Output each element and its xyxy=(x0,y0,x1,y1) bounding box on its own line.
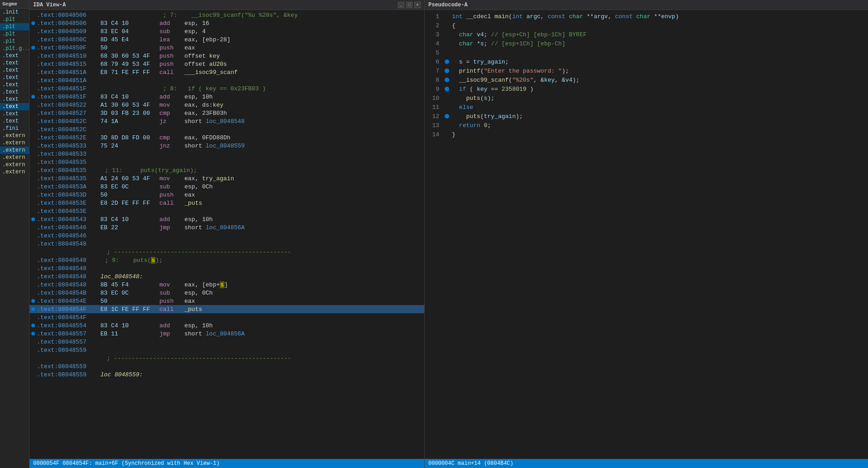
asm-loc-label[interactable]: .text:08048548 loc_8048548: xyxy=(30,272,424,281)
sidebar-item-extern5[interactable]: .extern xyxy=(0,161,29,168)
asm-line[interactable]: .text:0804853D 50 push eax xyxy=(30,191,424,199)
asm-line[interactable]: .text:0804851A E8 71 FE FF FF call ___is… xyxy=(30,68,424,76)
asm-addr: .text:0804850F xyxy=(37,44,100,51)
asm-line-selected[interactable]: .text:0804854F E8 1C FE FF FF call _puts xyxy=(30,305,424,313)
asm-line[interactable]: .text:0804853A 83 EC 0C sub esp, 0Ch xyxy=(30,182,424,191)
sidebar-item-plt3[interactable]: .plt xyxy=(0,30,29,38)
asm-line[interactable]: .text:0804852E 3D 8D D8 FD 00 cmp eax, 0… xyxy=(30,133,424,142)
asm-line[interactable]: .text:0804853E E8 2D FE FF FF call _puts xyxy=(30,199,424,207)
sidebar-item-extern4[interactable]: .extern xyxy=(0,154,29,161)
pseudo-line-10[interactable]: 10 puts(s); xyxy=(425,94,868,103)
asm-line[interactable]: .text:08048510 68 30 60 53 4F push offse… xyxy=(30,52,424,60)
sidebar-item-extern3[interactable]: .extern xyxy=(0,147,29,154)
asm-line[interactable]: .text:08048506 ; 7: __isoc99_scanf("%u %… xyxy=(30,11,424,19)
pseudo-code-text: } xyxy=(452,131,456,138)
asm-line[interactable]: .text:0804854B 83 EC 0C sub esp, 0Ch xyxy=(30,289,424,297)
sidebar-item-extern6[interactable]: .extern xyxy=(0,168,29,176)
asm-addr: .text:08048527 xyxy=(37,110,100,117)
asm-hex: 50 xyxy=(100,298,159,305)
sidebar-item-text4[interactable]: .text xyxy=(0,74,29,81)
sidebar-item-plt4[interactable]: .plt xyxy=(0,38,29,45)
sidebar-item-plt1[interactable]: .plt xyxy=(0,16,29,23)
pseudo-code-text: printf("Enter the password: "); xyxy=(452,68,569,74)
pseudo-line-5[interactable]: 5 xyxy=(425,48,868,57)
asm-line[interactable]: .text:08048515 68 79 49 53 4F push offse… xyxy=(30,60,424,68)
pseudo-line-13[interactable]: 13 return 0; xyxy=(425,121,868,130)
asm-line[interactable]: .text:08048559 xyxy=(30,346,424,354)
asm-args: offset aU20s xyxy=(184,61,227,68)
sidebar-item-text2[interactable]: .text xyxy=(0,59,29,67)
asm-line[interactable]: .text:08048546 xyxy=(30,232,424,240)
asm-line[interactable]: .text:08048509 83 EC 04 sub esp, 4 xyxy=(30,27,424,35)
asm-line[interactable]: .text:0804851F ; 8: if ( key == 0x23FB03… xyxy=(30,84,424,93)
asm-line[interactable]: .text:0804850F 50 push eax xyxy=(30,44,424,52)
sidebar-item-text9[interactable]: .text xyxy=(0,110,29,118)
asm-line[interactable]: .text:08048506 83 C4 10 add esp, 16 xyxy=(30,19,424,27)
ida-scroll[interactable]: .text:08048506 ; 7: __isoc99_scanf("%u %… xyxy=(30,10,424,459)
sidebar-item-text6[interactable]: .text xyxy=(0,89,29,96)
sidebar-item-pltg[interactable]: .plt.g... xyxy=(0,45,29,52)
ida-maximize-btn[interactable]: □ xyxy=(406,2,412,8)
pseudo-line-12[interactable]: 12 puts(try_again); xyxy=(425,112,868,121)
sidebar-item-text5[interactable]: .text xyxy=(0,81,29,89)
pseudo-line-6[interactable]: 6 s = try_again; xyxy=(425,57,868,66)
asm-line[interactable]: .text:0804851F 83 C4 10 add esp, 10h xyxy=(30,93,424,101)
pseudo-line-14[interactable]: 14 } xyxy=(425,130,868,139)
pseudo-line-4[interactable]: 4 char *s; // [esp+1Ch] [ebp-Ch] xyxy=(425,39,868,48)
asm-line[interactable]: .text:08048535 xyxy=(30,158,424,166)
asm-line[interactable]: .text:08048559 xyxy=(30,362,424,370)
pseudo-line-9[interactable]: 9 if ( key == 2358019 ) xyxy=(425,84,868,94)
sidebar-item-text10[interactable]: .text xyxy=(0,118,29,125)
asm-line[interactable]: .text:08048548 xyxy=(30,264,424,272)
asm-line[interactable]: .text:08048522 A1 30 60 53 4F mov eax, d… xyxy=(30,101,424,109)
asm-line[interactable]: .text:0804850C 8D 45 E4 lea eax, [ebp-28… xyxy=(30,35,424,44)
asm-line[interactable]: .text:0804851A xyxy=(30,76,424,84)
asm-loc-label2[interactable]: .text:08048559 loc 8048559: xyxy=(30,370,424,379)
asm-line[interactable]: .text:08048557 EB 11 jmp short loc_80485… xyxy=(30,330,424,338)
asm-hex: 83 EC 04 xyxy=(100,28,159,35)
pseudo-line-num: 9 xyxy=(427,86,439,93)
sidebar-item-text8[interactable]: .text xyxy=(0,103,29,110)
sidebar-item-text3[interactable]: .text xyxy=(0,67,29,74)
ida-close-btn[interactable]: ✕ xyxy=(414,2,421,8)
pseudo-code-area[interactable]: 1 int __cdecl main(int argc, const char … xyxy=(425,10,868,459)
asm-line[interactable]: .text:08048554 83 C4 10 add esp, 10h xyxy=(30,321,424,330)
asm-line[interactable]: .text:08048548 8B 45 F4 mov eax, [ebp+s] xyxy=(30,281,424,289)
asm-addr: .text:08048506 xyxy=(37,20,100,27)
pseudo-line-7[interactable]: 7 printf("Enter the password: "); xyxy=(425,66,868,75)
asm-sep-text2: ; --------------------------------------… xyxy=(107,355,291,362)
asm-line[interactable]: .text:08048548 xyxy=(30,240,424,248)
asm-args: eax xyxy=(184,192,195,198)
pseudo-panel: Pseudocode-A 1 int __cdecl main(int argc… xyxy=(425,0,868,468)
asm-line[interactable]: .text:0804853E xyxy=(30,207,424,215)
asm-line[interactable]: .text:08048543 83 C4 10 add esp, 10h xyxy=(30,215,424,223)
sidebar-item-extern1[interactable]: .extern xyxy=(0,132,29,139)
asm-line[interactable]: .text:08048557 xyxy=(30,338,424,346)
asm-line[interactable]: .text:0804852C 74 1A jz short loc_804854… xyxy=(30,117,424,125)
pseudo-line-3[interactable]: 3 char v4; // [esp+Ch] [ebp-1Ch] BYREF xyxy=(425,30,868,39)
sidebar-item-fini[interactable]: .fini xyxy=(0,125,29,132)
pseudo-line-2[interactable]: 2 { xyxy=(425,21,868,30)
pseudo-line-1[interactable]: 1 int __cdecl main(int argc, const char … xyxy=(425,12,868,21)
asm-line[interactable]: .text:08048548 ; 9: puts(s); xyxy=(30,256,424,264)
ida-content: .text:08048506 ; 7: __isoc99_scanf("%u %… xyxy=(30,10,424,459)
asm-line[interactable]: .text:0804852C xyxy=(30,125,424,133)
asm-line[interactable]: .text:08048527 3D 03 FB 23 00 cmp eax, 2… xyxy=(30,109,424,117)
asm-line[interactable]: .text:08048533 xyxy=(30,150,424,158)
asm-line[interactable]: .text:08048535 A1 24 60 53 4F mov eax, t… xyxy=(30,174,424,182)
ida-minimize-btn[interactable]: _ xyxy=(398,2,404,8)
asm-addr: .text:08048522 xyxy=(37,102,100,108)
sidebar-item-text7[interactable]: .text xyxy=(0,96,29,103)
asm-line[interactable]: .text:0804854F xyxy=(30,313,424,321)
sidebar-item-text1[interactable]: .text xyxy=(0,52,29,59)
pseudo-line-8[interactable]: 8 __isoc99_scanf("%20s", &key, &v4); xyxy=(425,75,868,84)
pseudo-line-11[interactable]: 11 else xyxy=(425,103,868,112)
sidebar-item-extern2[interactable]: .extern xyxy=(0,139,29,147)
sidebar-item-init[interactable]: .init xyxy=(0,9,29,16)
sidebar-item-plt2[interactable]: .plt xyxy=(0,23,29,30)
asm-line[interactable]: .text:08048546 EB 22 jmp short loc_80485… xyxy=(30,223,424,232)
asm-line[interactable]: .text:0804854E 50 push eax xyxy=(30,297,424,305)
asm-line[interactable]: .text:08048535 ; 11: puts(try_again); xyxy=(30,166,424,174)
asm-line[interactable]: .text:08048533 75 24 jnz short loc_80485… xyxy=(30,142,424,150)
asm-args: eax, ds:key xyxy=(184,102,223,108)
